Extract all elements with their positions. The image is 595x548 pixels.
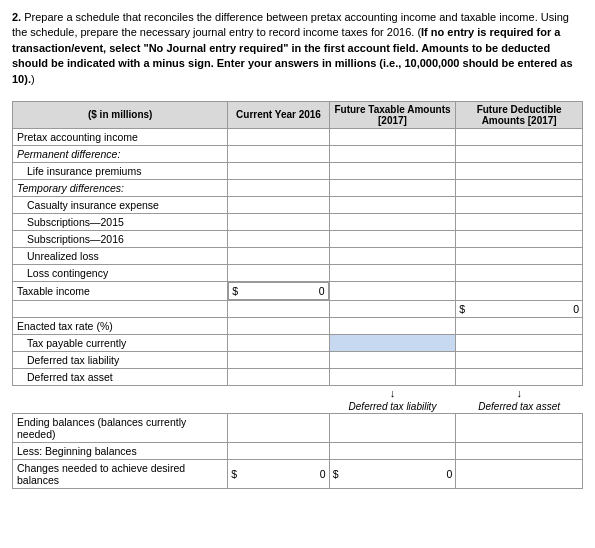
header-col4: Future Deductible Amounts [2017] (456, 101, 583, 128)
dollar-row-label (13, 300, 228, 317)
changes-dollar-sign-2: $ (331, 468, 339, 480)
deferredliab-future-deductible-input[interactable] (456, 351, 583, 368)
deferred-tax-liability-label: Deferred tax liability (329, 400, 456, 414)
life-future-taxable-input[interactable] (329, 162, 456, 179)
changes-current-cell: $ (228, 459, 329, 488)
temp-future-taxable-input[interactable] (329, 179, 456, 196)
unrealized-future-taxable-input[interactable] (329, 247, 456, 264)
enacted-current-input[interactable] (228, 317, 329, 334)
ending-current-input[interactable] (228, 413, 329, 442)
table-row: Loss contingency (13, 264, 583, 281)
sub2015-current-input[interactable] (228, 213, 329, 230)
perm-future-taxable-input[interactable] (329, 145, 456, 162)
row-label-loss-contingency: Loss contingency (13, 264, 228, 281)
deferredasset-future-taxable-input[interactable] (329, 368, 456, 385)
header-col2: Current Year 2016 (228, 101, 329, 128)
unrealized-future-deductible-input[interactable] (456, 247, 583, 264)
deferredasset-future-deductible-input[interactable] (456, 368, 583, 385)
table-row-taxable-income: Taxable income $ (13, 281, 583, 300)
changes-dollar-sign-1: $ (229, 468, 237, 480)
row-label-ending-balances: Ending balances (balances currently need… (13, 413, 228, 442)
changes-future-taxable-cell: $ (329, 459, 456, 488)
casualty-future-deductible-input[interactable] (456, 196, 583, 213)
loss-current-input[interactable] (228, 264, 329, 281)
table-row-deferred-asset: Deferred tax asset (13, 368, 583, 385)
sub2016-current-input[interactable] (228, 230, 329, 247)
changes-future-taxable-input[interactable] (341, 467, 455, 481)
dollar-row-future (329, 300, 456, 317)
table-row-deferred-labels: Deferred tax liability Deferred tax asse… (13, 400, 583, 414)
enacted-future-deductible-input[interactable] (456, 317, 583, 334)
loss-future-taxable-input[interactable] (329, 264, 456, 281)
table-row-dollar: $ (13, 300, 583, 317)
taxpay-current-input[interactable] (228, 334, 329, 351)
row-label-life-insurance: Life insurance premiums (13, 162, 228, 179)
arrow-empty-2 (228, 385, 329, 400)
row-label-changes: Changes needed to achieve desired balanc… (13, 459, 228, 488)
changes-future-deductible-input[interactable] (456, 459, 583, 488)
pretax-current-input[interactable] (228, 128, 329, 145)
beginning-future-deductible-input[interactable] (456, 442, 583, 459)
reconciliation-table: ($ in millions) Current Year 2016 Future… (12, 101, 583, 489)
casualty-future-taxable-input[interactable] (329, 196, 456, 213)
header-col1: ($ in millions) (13, 101, 228, 128)
deferredasset-current-input[interactable] (228, 368, 329, 385)
beginning-current-input[interactable] (228, 442, 329, 459)
table-row: Subscriptions—2015 (13, 213, 583, 230)
row-label-enacted: Enacted tax rate (%) (13, 317, 228, 334)
enacted-future-taxable-input[interactable] (329, 317, 456, 334)
sub2015-future-deductible-input[interactable] (456, 213, 583, 230)
ending-future-taxable-input[interactable] (329, 413, 456, 442)
table-row-tax-payable: Tax payable currently (13, 334, 583, 351)
deferredliab-current-input[interactable] (228, 351, 329, 368)
temp-current-input[interactable] (228, 179, 329, 196)
life-future-deductible-input[interactable] (456, 162, 583, 179)
instructions-text: 2. Prepare a schedule that reconciles th… (12, 10, 583, 87)
row-label: Pretax accounting income (13, 128, 228, 145)
table-row-changes: Changes needed to achieve desired balanc… (13, 459, 583, 488)
loss-future-deductible-input[interactable] (456, 264, 583, 281)
sub2016-future-deductible-input[interactable] (456, 230, 583, 247)
row-label-sub2016: Subscriptions—2016 (13, 230, 228, 247)
table-row: Pretax accounting income (13, 128, 583, 145)
perm-future-deductible-input[interactable] (456, 145, 583, 162)
deferred-label-empty-1 (13, 400, 228, 414)
taxpay-future-deductible-input[interactable] (456, 334, 583, 351)
beginning-future-taxable-input[interactable] (329, 442, 456, 459)
row-label-unrealized: Unrealized loss (13, 247, 228, 264)
table-row: Permanent difference: (13, 145, 583, 162)
taxable-future-deductible-input[interactable] (456, 281, 583, 300)
sub2016-future-taxable-input[interactable] (329, 230, 456, 247)
pretax-future-deductible-input[interactable] (456, 128, 583, 145)
table-row: Life insurance premiums (13, 162, 583, 179)
deferredliab-future-taxable-input[interactable] (329, 351, 456, 368)
row-label-casualty: Casualty insurance expense (13, 196, 228, 213)
table-row-ending-balances: Ending balances (balances currently need… (13, 413, 583, 442)
row-label-sub2015: Subscriptions—2015 (13, 213, 228, 230)
casualty-current-input[interactable] (228, 196, 329, 213)
taxable-dollar-sign: $ (230, 285, 238, 297)
pretax-future-taxable-input[interactable] (329, 128, 456, 145)
row-label-permanent: Permanent difference: (13, 145, 228, 162)
ending-future-deductible-input[interactable] (456, 413, 583, 442)
sub2015-future-taxable-input[interactable] (329, 213, 456, 230)
table-row-arrows: ↓ ↓ (13, 385, 583, 400)
unrealized-current-input[interactable] (228, 247, 329, 264)
table-row-enacted: Enacted tax rate (%) (13, 317, 583, 334)
taxable-future-taxable-input[interactable] (329, 281, 456, 300)
taxable-current-input[interactable] (240, 284, 326, 298)
row-label-tax-payable: Tax payable currently (13, 334, 228, 351)
temp-future-deductible-input[interactable] (456, 179, 583, 196)
instruction-number: 2. (12, 11, 21, 23)
row-label-deferred-liability: Deferred tax liability (13, 351, 228, 368)
dollar-row-right-input[interactable] (467, 302, 581, 316)
dollar-sign-right: $ (457, 303, 465, 315)
row-label-beginning-balances: Less: Beginning balances (13, 442, 228, 459)
table-row-deferred-liability: Deferred tax liability (13, 351, 583, 368)
changes-current-input[interactable] (239, 467, 327, 481)
arrow-down-future: ↓ (329, 385, 456, 400)
perm-current-input[interactable] (228, 145, 329, 162)
taxpay-future-taxable-input[interactable] (329, 334, 456, 351)
taxable-current-cell: $ (228, 282, 328, 300)
life-current-input[interactable] (228, 162, 329, 179)
